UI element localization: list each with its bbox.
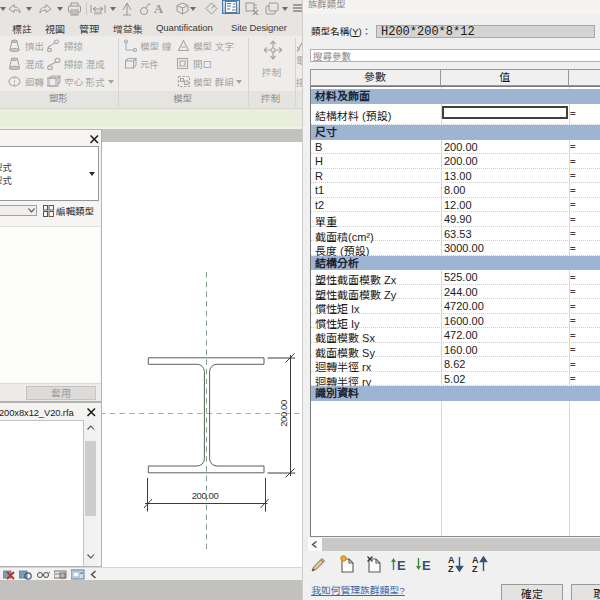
svg-text:200.00: 200.00 (192, 490, 219, 501)
svg-text:E: E (422, 558, 431, 572)
svg-text:Z: Z (472, 564, 478, 573)
svg-text:200.00: 200.00 (278, 400, 289, 427)
svg-text:E: E (397, 558, 406, 572)
svg-text:Z: Z (448, 564, 454, 573)
